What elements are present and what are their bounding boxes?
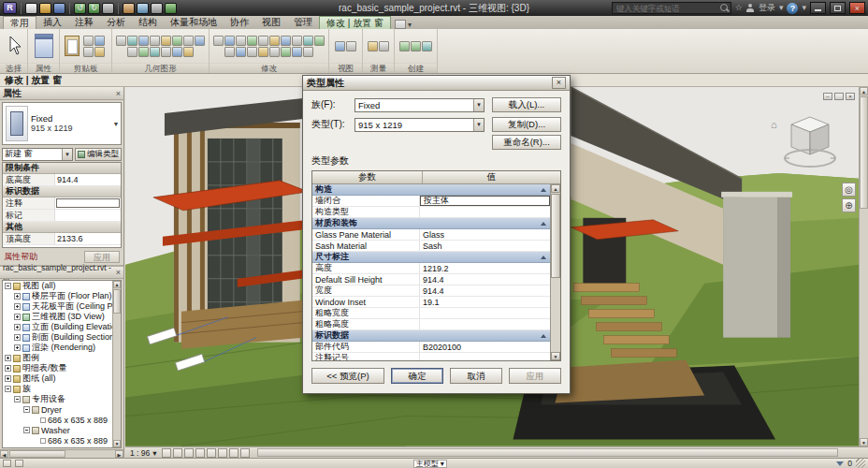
param-value-input[interactable]: 按主体 xyxy=(420,196,550,206)
expand-icon[interactable] xyxy=(14,344,21,351)
tree-item-sections[interactable]: 剖面 (Building Section) xyxy=(3,332,112,343)
section-identity[interactable]: 标识数据 xyxy=(3,186,121,197)
ribbon-tool-icon[interactable] xyxy=(269,47,280,57)
reveal-hidden-icon[interactable] xyxy=(240,448,250,458)
revit-logo-icon[interactable]: R xyxy=(3,2,17,14)
group-row-dimensions[interactable]: 尺寸标注 xyxy=(312,252,550,263)
ribbon-tool-icon[interactable] xyxy=(379,41,389,51)
minimize-button[interactable] xyxy=(810,2,826,14)
ok-button[interactable]: 确定 xyxy=(391,368,443,384)
viewcube[interactable]: ⌂ xyxy=(773,111,838,173)
user-icon[interactable] xyxy=(746,4,755,12)
ribbon-tool-icon[interactable] xyxy=(83,36,94,46)
tab-massing-site[interactable]: 体量和场地 xyxy=(164,16,224,29)
group-row-construction[interactable]: 构造 xyxy=(312,184,550,196)
browser-horizontal-scrollbar[interactable]: ◀ ▶ xyxy=(0,449,123,458)
tab-collaborate[interactable]: 协作 xyxy=(224,16,255,29)
panel-label[interactable]: 修改 xyxy=(210,63,328,73)
maximize-button[interactable] xyxy=(830,2,846,14)
3d-view-icon[interactable] xyxy=(137,3,149,14)
view-close-icon[interactable]: × xyxy=(846,93,855,100)
design-options-icon[interactable] xyxy=(15,460,23,467)
tree-item-washer-type[interactable]: 686 x 635 x 889 xyxy=(3,435,112,446)
expand-icon[interactable] xyxy=(14,314,21,320)
group-row-identity[interactable]: 标识数据 xyxy=(312,330,550,342)
infocenter-search[interactable] xyxy=(612,2,731,14)
ribbon-tool-icon[interactable] xyxy=(411,41,421,51)
panel-label[interactable]: 属性 xyxy=(28,63,59,73)
param-value[interactable]: 1219.2 xyxy=(420,263,550,273)
panel-label[interactable]: 测量 xyxy=(363,63,394,73)
edit-type-button[interactable]: 编辑类型 xyxy=(75,148,122,161)
detail-level-icon[interactable] xyxy=(162,448,171,458)
section-icon[interactable] xyxy=(151,3,163,14)
ribbon-tool-icon[interactable] xyxy=(161,47,171,57)
scroll-up-icon[interactable]: ▲ xyxy=(551,184,560,193)
param-row[interactable]: Glass Pane MaterialGlass xyxy=(312,229,550,241)
param-value[interactable]: Sash xyxy=(420,241,550,251)
param-value[interactable]: Glass xyxy=(420,229,550,240)
tree-item-dryer[interactable]: Dryer xyxy=(3,404,112,415)
ribbon-tool-icon[interactable] xyxy=(236,47,246,57)
param-row[interactable]: Default Sill Height914.4 xyxy=(312,274,550,285)
tree-item-elevations[interactable]: 立面 (Building Elevation) xyxy=(3,322,112,332)
ribbon-tool-icon[interactable] xyxy=(94,47,105,57)
collapse-icon[interactable] xyxy=(23,406,30,413)
rename-button[interactable]: 重命名(R)... xyxy=(492,135,561,150)
view-horizontal-scrollbar[interactable] xyxy=(252,447,866,458)
model-caret-icon[interactable]: ▾ xyxy=(441,460,444,468)
scroll-thumb[interactable] xyxy=(113,289,121,314)
param-value[interactable] xyxy=(420,319,550,329)
scroll-down-icon[interactable]: ▼ xyxy=(551,352,560,360)
close-button[interactable]: × xyxy=(849,2,865,14)
section-constraints[interactable]: 限制条件 xyxy=(3,163,121,174)
ribbon-tool-icon[interactable] xyxy=(224,47,235,57)
scroll-down-icon[interactable]: ▼ xyxy=(113,440,121,447)
shadows-icon[interactable] xyxy=(195,448,205,458)
ribbon-tool-icon[interactable] xyxy=(116,36,126,46)
view-restore-icon[interactable] xyxy=(834,93,844,100)
steering-wheel-icon[interactable]: ◎ xyxy=(842,183,856,197)
ribbon-tool-icon[interactable] xyxy=(247,36,257,46)
scroll-right-icon[interactable]: ▶ xyxy=(115,450,123,458)
ribbon-tool-icon[interactable] xyxy=(258,36,268,46)
ribbon-tool-icon[interactable] xyxy=(422,41,432,51)
ribbon-tool-icon[interactable] xyxy=(303,47,313,57)
tab-structure[interactable]: 结构 xyxy=(132,16,164,29)
tree-item-sheets[interactable]: 图纸 (all) xyxy=(3,373,112,384)
visual-style-icon[interactable] xyxy=(173,448,182,458)
favorites-icon[interactable]: ☆ xyxy=(735,2,743,14)
tree-item-washer[interactable]: Washer xyxy=(3,425,112,435)
tree-item-renderings[interactable]: 渲染 (Rendering) xyxy=(3,343,112,353)
tab-manage[interactable]: 管理 xyxy=(287,16,319,29)
combo-caret-icon[interactable]: ▼ xyxy=(473,99,484,111)
modify-cursor-icon[interactable] xyxy=(7,36,22,56)
ribbon-tool-icon[interactable] xyxy=(258,47,268,57)
tree-item-legends[interactable]: 图例 xyxy=(3,353,112,363)
signin-label[interactable]: 登录 xyxy=(759,2,775,14)
panel-label[interactable]: 剪贴板 xyxy=(60,63,111,73)
ribbon-tool-icon[interactable] xyxy=(399,41,410,51)
type-combo[interactable]: 915 x 1219 ▼ xyxy=(354,118,485,132)
param-row[interactable]: 注释记号 xyxy=(312,353,550,360)
scroll-left-icon[interactable]: ◀ xyxy=(0,450,8,458)
ribbon-tool-icon[interactable] xyxy=(183,36,194,46)
tab-home[interactable]: 常用 xyxy=(3,16,36,29)
panel-label[interactable]: 几何图形 xyxy=(112,63,209,73)
worksets-icon[interactable] xyxy=(3,460,11,467)
param-value[interactable]: 19.1 xyxy=(420,297,550,307)
scroll-up-icon[interactable]: ▲ xyxy=(113,281,121,288)
tree-item-schedules[interactable]: 明细表/数量 xyxy=(3,363,112,373)
redo-icon[interactable]: ↻ xyxy=(88,3,100,14)
ribbon-tool-icon[interactable] xyxy=(138,47,149,57)
group-row-materials[interactable]: 材质和装饰 xyxy=(312,218,550,229)
help-caret-icon[interactable]: ▾ xyxy=(802,2,806,14)
collapse-icon[interactable] xyxy=(23,427,30,433)
properties-icon[interactable] xyxy=(35,34,53,58)
measure-icon[interactable] xyxy=(123,3,135,14)
design-option-combo[interactable]: 主模型 ▾ xyxy=(413,460,447,468)
properties-help-link[interactable]: 属性帮助 xyxy=(4,251,37,263)
tree-item-families[interactable]: 族 xyxy=(3,384,112,394)
property-value[interactable]: 2133.6 xyxy=(55,233,121,244)
scroll-thumb[interactable] xyxy=(257,448,838,457)
